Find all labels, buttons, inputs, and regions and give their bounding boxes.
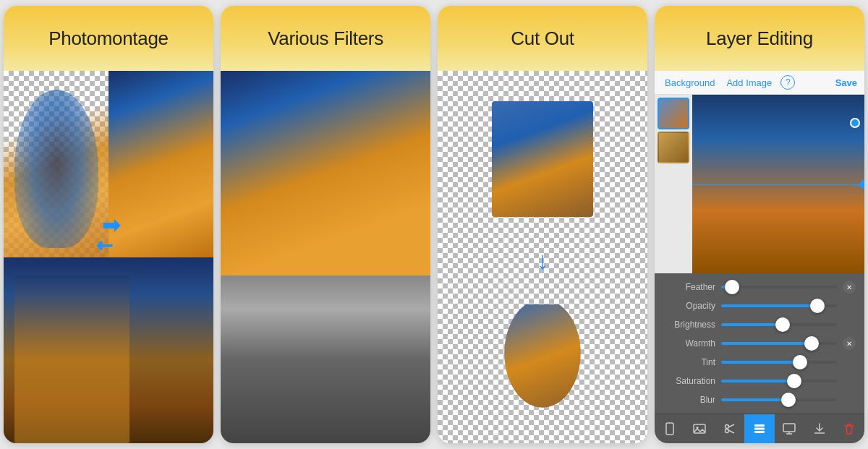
layer-thumb-1[interactable] (658, 98, 689, 129)
pm-cell-top-right (109, 71, 213, 257)
warmth-track[interactable] (721, 342, 837, 345)
layer-main-area: → (655, 95, 864, 273)
cutout-content: ↓ (438, 71, 647, 443)
svg-point-4 (725, 429, 728, 433)
phone-tool-button[interactable] (655, 414, 684, 443)
saturation-slider-row: Saturation (663, 372, 856, 390)
layer-editing-content: Background Add Image ? Save (655, 71, 864, 443)
side-arrow-icon: → (850, 176, 864, 192)
opacity-slider-row: Opacity (663, 296, 856, 315)
layers-tool-button[interactable] (744, 414, 774, 443)
tint-track[interactable] (721, 361, 837, 364)
layer-thumb-2[interactable] (658, 132, 689, 163)
layer-editing-panel: Layer Editing Background Add Image ? Sav… (655, 6, 864, 443)
pm-cell-top-left (4, 71, 109, 257)
feather-slider-row: Feather ✕ (663, 278, 856, 296)
saturation-label: Saturation (663, 376, 715, 386)
save-button[interactable]: Save (835, 77, 857, 88)
feather-thumb[interactable] (725, 280, 739, 294)
blur-fill (721, 398, 785, 401)
feather-x-button[interactable]: ✕ (843, 281, 856, 294)
tint-label: Tint (663, 357, 715, 367)
svg-line-6 (728, 430, 734, 433)
svg-rect-7 (754, 424, 765, 427)
rotate-handle[interactable] (850, 118, 860, 128)
layer-bottom-bar (655, 414, 864, 443)
layer-controls: Feather ✕ Opacity (655, 273, 864, 414)
saturation-thumb[interactable] (787, 374, 801, 388)
svg-rect-9 (754, 431, 765, 433)
scissors-tool-button[interactable] (715, 414, 744, 443)
tint-thumb[interactable] (793, 355, 807, 369)
saturation-track[interactable] (721, 380, 837, 382)
cutout-panel: Cut Out ↓ (438, 6, 647, 443)
download-tool-button[interactable] (804, 414, 834, 443)
cutout-arrow-down: ↓ (537, 248, 549, 273)
screen-tool-button[interactable] (775, 414, 804, 443)
feather-label: Feather (663, 282, 715, 292)
brightness-fill (721, 323, 779, 326)
trash-tool-button[interactable] (835, 414, 864, 443)
photomontage-header: Photomontage (4, 6, 213, 71)
svg-rect-10 (783, 424, 795, 432)
layer-editing-header: Layer Editing (655, 6, 864, 71)
cutout-layout: ↓ (438, 71, 647, 443)
tint-fill (721, 361, 796, 364)
pm-cell-bottom (4, 257, 213, 444)
saturation-fill (721, 380, 791, 382)
cutout-header: Cut Out (438, 6, 647, 71)
filter-bottom-image (221, 275, 430, 443)
blur-track[interactable] (721, 398, 837, 401)
photomontage-title: Photomontage (48, 27, 169, 50)
warmth-thumb[interactable] (804, 336, 819, 351)
warmth-slider-row: Warmth ✕ (663, 334, 856, 353)
brightness-slider-row: Brightness (663, 315, 856, 334)
brightness-label: Brightness (663, 320, 715, 330)
feather-track[interactable] (721, 286, 837, 288)
layer-thumbnails (655, 95, 692, 273)
image-tool-button[interactable] (684, 414, 714, 443)
tint-slider-row: Tint (663, 353, 856, 372)
filters-header: Various Filters (221, 6, 430, 71)
svg-point-3 (725, 425, 728, 429)
svg-rect-8 (754, 428, 765, 430)
layer-toolbar: Background Add Image ? Save (655, 71, 864, 95)
cutout-title: Cut Out (511, 27, 574, 50)
cutout-after-image (503, 304, 582, 413)
filter-top-image (221, 71, 430, 275)
photomontage-content: ➡ ↙ (4, 71, 213, 443)
warmth-label: Warmth (663, 338, 715, 348)
svg-rect-1 (694, 424, 705, 433)
layer-editing-title: Layer Editing (706, 27, 813, 50)
brightness-track[interactable] (721, 323, 837, 326)
cutout-before-image (492, 101, 593, 217)
opacity-fill (721, 304, 814, 307)
filters-title: Various Filters (268, 27, 383, 50)
photomontage-grid (4, 71, 213, 443)
filters-content (221, 71, 430, 443)
opacity-thumb[interactable] (810, 299, 825, 313)
opacity-track[interactable] (721, 304, 837, 307)
photomontage-panel: Photomontage ➡ ↙ (4, 6, 213, 443)
svg-line-5 (728, 424, 734, 427)
background-button[interactable]: Background (662, 76, 718, 90)
help-button[interactable]: ? (780, 75, 795, 90)
blur-thumb[interactable] (781, 393, 796, 407)
blur-slider-row: Blur (663, 390, 856, 409)
add-image-button[interactable]: Add Image (723, 76, 775, 90)
warmth-x-button[interactable]: ✕ (843, 337, 856, 350)
layer-panel-ui: Background Add Image ? Save (655, 71, 864, 443)
blur-label: Blur (663, 395, 715, 405)
brightness-thumb[interactable] (775, 317, 790, 332)
guide-line (692, 184, 864, 185)
opacity-label: Opacity (663, 301, 715, 311)
svg-rect-0 (666, 423, 673, 435)
layer-canvas: → (692, 95, 864, 273)
filters-panel: Various Filters (221, 6, 430, 443)
warmth-fill (721, 342, 808, 345)
